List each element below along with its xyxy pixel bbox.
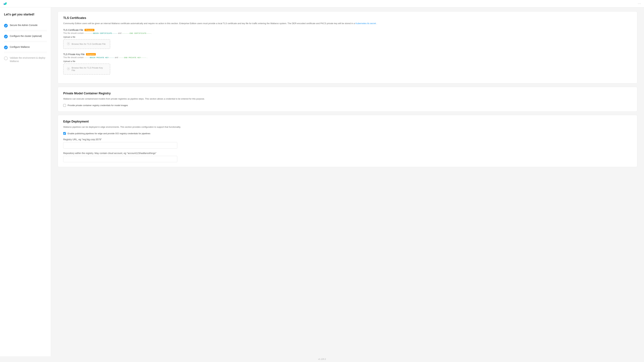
edge-repo-group: Repository within the registry. May cont… — [63, 152, 632, 162]
more-options-button[interactable]: ··· — [638, 2, 641, 5]
tls-cert-hint: This file should contain --------BEGIN C… — [63, 32, 632, 34]
sidebar-item-cluster[interactable]: Configure the cluster (optional) — [4, 32, 47, 41]
edge-repo-input[interactable] — [63, 156, 177, 162]
registry-checkbox-row: Provide private container registry crede… — [63, 104, 632, 107]
tls-section-desc: Community Edition users will be given an… — [63, 22, 632, 25]
top-bar: ··· — [0, 0, 644, 7]
tls-cert-upload-label: Upload a file — [63, 36, 632, 38]
tls-cert-upload-zone[interactable]: Browse files for TLS Certificate File — [63, 39, 110, 49]
sidebar: Let's get you started! Secure the Admin … — [0, 7, 51, 356]
steps-list: Secure the Admin Console Configure the c… — [4, 21, 47, 65]
tls-key-required-badge: Required — [86, 53, 96, 55]
step-icon-admin — [4, 24, 8, 27]
registry-section-title: Private Model Container Registry — [63, 92, 632, 95]
step-label-validate: Validate the environment & deploy Wallar… — [10, 56, 47, 63]
tls-key-upload-label: Upload a file — [63, 60, 632, 62]
tls-cert-label: TLS Certificate File Required — [63, 29, 632, 31]
sidebar-item-validate[interactable]: Validate the environment & deploy Wallar… — [4, 54, 47, 65]
step-icon-cluster — [4, 35, 8, 38]
tls-key-upload-text: Browse files for TLS Private Key File — [72, 66, 106, 71]
tls-section-title: TLS Certificates — [63, 16, 632, 20]
edge-registry-url-label: Registry URL, eg "reg.big.corp:3579" — [63, 138, 632, 141]
registry-section-desc: Wallaroo can execute containerized model… — [63, 97, 632, 101]
tls-cert-upload-text: Browse files for TLS Certificate File — [72, 43, 106, 45]
registry-checkbox-label[interactable]: Provide private container registry crede… — [68, 104, 128, 107]
upload-key-icon — [67, 67, 70, 71]
tls-cert-required-badge: Required — [84, 29, 94, 31]
tls-key-label: TLS Private Key File Required — [63, 53, 632, 56]
registry-section: Private Model Container Registry Wallaro… — [58, 87, 637, 112]
edge-section-title: Edge Deployment — [63, 120, 632, 123]
edge-section: Edge Deployment Wallaroo pipelines can b… — [58, 115, 637, 167]
wallaroo-logo — [3, 1, 8, 6]
sidebar-item-admin[interactable]: Secure the Admin Console — [4, 21, 47, 30]
tls-key-hint: This file should contain -----BEGIN PRIV… — [63, 56, 632, 59]
registry-checkbox[interactable] — [63, 104, 66, 107]
tls-section: TLS Certificates Community Edition users… — [58, 11, 637, 83]
step-icon-wallaroo — [4, 45, 8, 49]
edge-checkbox[interactable] — [63, 132, 66, 135]
upload-icon — [67, 42, 70, 46]
content-area: TLS Certificates Community Edition users… — [51, 7, 644, 356]
edge-registry-url-input[interactable] — [63, 142, 177, 148]
edge-checkbox-row: Enable publishing pipelines for edge and… — [63, 132, 632, 135]
version-text: v1.120.3 — [318, 358, 326, 360]
tls-secret-link[interactable]: Kubernetes tls secret — [356, 22, 376, 25]
tls-key-group: TLS Private Key File Required This file … — [63, 53, 632, 75]
logo-area — [3, 1, 8, 6]
edge-checkbox-label[interactable]: Enable publishing pipelines for edge and… — [68, 132, 150, 135]
sidebar-item-wallaroo[interactable]: Configure Wallaroo — [4, 43, 47, 52]
edge-registry-url-group: Registry URL, eg "reg.big.corp:3579" — [63, 138, 632, 148]
edge-section-desc: Wallaroo pipelines can be deployed in ed… — [63, 125, 632, 129]
sidebar-title: Let's get you started! — [4, 13, 47, 16]
tls-key-upload-zone[interactable]: Browse files for TLS Private Key File — [63, 63, 110, 75]
edge-repo-label: Repository within the registry. May cont… — [63, 152, 632, 155]
step-icon-validate — [4, 56, 8, 60]
step-label-admin: Secure the Admin Console — [10, 24, 38, 27]
step-label-cluster: Configure the cluster (optional) — [10, 34, 42, 38]
tls-cert-group: TLS Certificate File Required This file … — [63, 29, 632, 49]
step-label-wallaroo: Configure Wallaroo — [10, 45, 30, 49]
version-bar: v1.120.3 — [0, 356, 644, 362]
